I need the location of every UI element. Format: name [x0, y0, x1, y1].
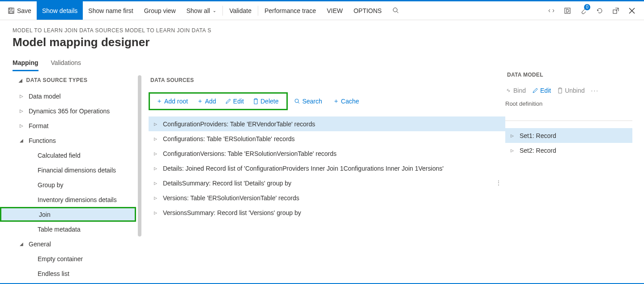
data-model-row[interactable]: ▷Set1: Record [505, 128, 632, 143]
tab-mapping[interactable]: Mapping [13, 59, 38, 71]
refresh-icon[interactable] [596, 7, 604, 15]
search-icon [392, 7, 399, 14]
validate-label: Validate [229, 7, 252, 14]
data-source-row[interactable]: ▷ConfigurationProviders: Table 'ERVendor… [149, 116, 505, 131]
search-label: Search [302, 98, 322, 105]
expand-icon: ▷ [154, 122, 158, 126]
divider [505, 120, 632, 121]
crud-actions-group: ＋ Add root ＋ Add Edit Delete [149, 92, 288, 110]
view-button[interactable]: VIEW [321, 1, 348, 20]
save-button[interactable]: Save [3, 1, 37, 20]
options-button[interactable]: OPTIONS [348, 1, 387, 20]
tree-item[interactable]: ▷Dynamics 365 for Operations [20, 103, 143, 118]
tree-item[interactable]: Endless list [20, 266, 143, 281]
expand-icon: ▷ [511, 148, 515, 153]
tree-item[interactable]: Join [0, 207, 136, 222]
bind-label: Bind [513, 87, 526, 94]
popout-icon[interactable] [612, 7, 620, 15]
show-all-dropdown[interactable]: Show all ⌄ [181, 1, 222, 20]
svg-point-9 [295, 99, 299, 103]
breadcrumb: MODEL TO LEARN JOIN DATA SOURCES MODEL T… [13, 27, 631, 34]
tree-item[interactable]: Inventory dimensions details [20, 192, 143, 207]
data-source-row[interactable]: ▷Versions: Table 'ERSolutionVersionTable… [149, 190, 505, 205]
add-button[interactable]: ＋ Add [192, 95, 221, 107]
top-toolbar: Save Show details Show name first Group … [0, 1, 644, 20]
right-header: DATA MODEL [505, 72, 632, 87]
collapse-icon: ◢ [20, 241, 24, 246]
tree-item[interactable]: ▷Format [20, 118, 143, 133]
tree-item-label: Endless list [38, 270, 69, 277]
edit-button[interactable]: Edit [532, 87, 551, 94]
add-root-label: Add root [164, 98, 188, 105]
data-source-row[interactable]: ▷DetailsSummary: Record list 'Details' g… [149, 176, 505, 190]
delete-button[interactable]: Delete [248, 96, 283, 107]
separator [258, 6, 258, 16]
scrollbar-thumb[interactable] [138, 75, 141, 237]
search-icon [294, 98, 300, 104]
separator [222, 6, 223, 16]
tree-item[interactable]: Empty container [20, 251, 143, 266]
data-source-label: Details: Joined Record list of 'Configur… [163, 165, 444, 172]
tab-validations[interactable]: Validations [51, 59, 81, 71]
office-icon[interactable] [563, 7, 571, 15]
data-sources-panel: DATA SOURCES ＋ Add root ＋ Add Edit Delet… [143, 72, 505, 284]
data-model-row[interactable]: ▷Set2: Record [505, 143, 632, 158]
data-source-label: ConfigurationProviders: Table 'ERVendorT… [163, 120, 315, 128]
add-root-button[interactable]: ＋ Add root [152, 95, 192, 107]
cache-label: Cache [341, 98, 359, 105]
search-button[interactable]: Search [290, 96, 326, 107]
data-source-row[interactable]: ▷Configurations: Table 'ERSolutionTable'… [149, 131, 505, 146]
svg-rect-2 [9, 11, 13, 13]
tabs: Mapping Validations [0, 59, 644, 72]
dev-icon[interactable] [547, 7, 555, 15]
expand-icon: ▷ [20, 123, 24, 128]
tree-item-label: Functions [29, 137, 56, 144]
tree-item[interactable]: Group by [20, 177, 143, 192]
data-source-label: VersionsSummary: Record list 'Versions' … [163, 209, 301, 216]
pencil-icon [225, 98, 231, 104]
cache-button[interactable]: ＋ Cache [328, 95, 363, 107]
data-source-row[interactable]: ▷ConfigurationVersions: Table 'ERSolutio… [149, 146, 505, 161]
chevron-down-icon: ⌄ [213, 8, 216, 13]
tree-item[interactable]: Financial dimensions details [20, 163, 143, 177]
data-source-label: ConfigurationVersions: Table 'ERSolution… [163, 150, 337, 157]
tree-item[interactable]: ◢General [20, 237, 143, 251]
attach-icon[interactable]: 0 [580, 7, 588, 15]
data-source-row[interactable]: ▷VersionsSummary: Record list 'Versions'… [149, 205, 505, 220]
expand-icon: ▷ [154, 166, 158, 171]
search-button[interactable] [387, 1, 405, 20]
show-name-first-button[interactable]: Show name first [83, 1, 138, 20]
more-button[interactable]: ··· [591, 87, 599, 94]
tree-item-label: Inventory dimensions details [38, 196, 117, 203]
show-name-first-label: Show name first [88, 7, 133, 14]
unbind-button[interactable]: Unbind [557, 87, 584, 94]
tree-item[interactable]: ▷Data model [20, 89, 143, 103]
tree-item-label: General [29, 241, 51, 248]
mid-actions: ＋ Add root ＋ Add Edit Delete Searc [149, 92, 505, 110]
tree-item-label: Table metadata [38, 226, 81, 233]
data-source-row[interactable]: ▷Details: Joined Record list of 'Configu… [149, 161, 505, 176]
save-icon [8, 8, 14, 14]
expand-icon: ▷ [20, 108, 24, 113]
close-icon[interactable] [628, 7, 636, 15]
tree-item[interactable]: Table metadata [20, 222, 143, 237]
group-view-button[interactable]: Group view [139, 1, 181, 20]
show-details-button[interactable]: Show details [37, 1, 83, 20]
panel-drag-handle[interactable]: ⋮ [495, 179, 502, 186]
expand-icon: ▷ [154, 196, 158, 200]
validate-button[interactable]: Validate [224, 1, 257, 20]
edit-label: Edit [540, 87, 551, 94]
collapse-icon: ◢ [19, 78, 23, 83]
link-icon [505, 87, 512, 94]
tree-item[interactable]: Calculated field [20, 148, 143, 163]
svg-point-3 [393, 8, 397, 12]
perf-trace-button[interactable]: Performance trace [259, 1, 321, 20]
save-label: Save [17, 7, 31, 14]
tree-item[interactable]: ◢Functions [20, 133, 143, 148]
svg-line-4 [397, 12, 398, 13]
options-label: OPTIONS [354, 7, 382, 14]
edit-button[interactable]: Edit [221, 96, 248, 107]
bind-button[interactable]: Bind [505, 87, 526, 94]
left-header[interactable]: ◢ DATA SOURCE TYPES [0, 72, 143, 89]
delete-label: Delete [260, 98, 278, 105]
